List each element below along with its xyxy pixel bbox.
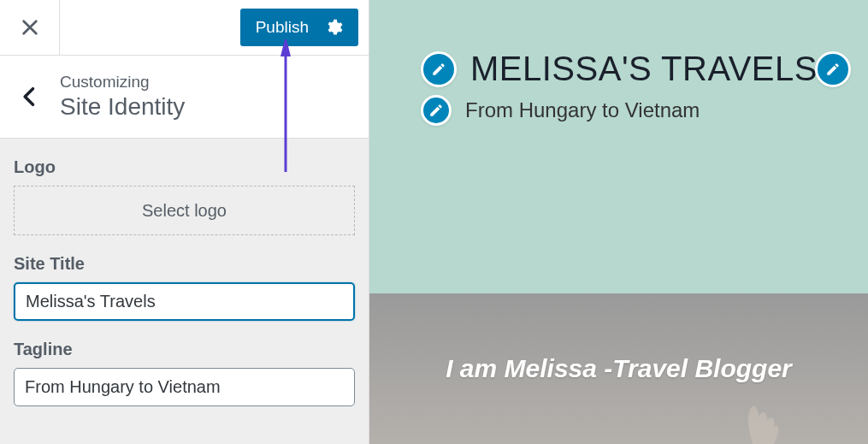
section-text: Customizing Site Identity: [60, 73, 185, 121]
chevron-left-icon: [18, 85, 42, 109]
banner-text: I am Melissa -Travel Blogger: [446, 354, 792, 383]
logo-label: Logo: [14, 157, 355, 177]
edit-site-title-button[interactable]: [421, 51, 457, 87]
site-title-label: Site Title: [14, 254, 355, 274]
pencil-icon: [431, 62, 446, 77]
preview-site-title: MELISSA'S TRAVELS: [470, 50, 818, 88]
site-title-input[interactable]: [14, 282, 355, 321]
publish-button[interactable]: Publish: [240, 9, 358, 46]
tagline-row: From Hungary to Vietnam: [421, 95, 868, 126]
back-button[interactable]: [0, 73, 60, 121]
edit-header-button[interactable]: [815, 51, 851, 87]
preview-banner: I am Melissa -Travel Blogger: [369, 293, 868, 444]
hand-illustration: [714, 393, 791, 444]
customizer-topbar: Publish: [0, 0, 369, 56]
form-area: Logo Select logo Site Title Tagline: [0, 139, 369, 420]
site-title-row: MELISSA'S TRAVELS: [421, 50, 868, 88]
publish-button-label: Publish: [256, 18, 309, 37]
section-header: Customizing Site Identity: [0, 56, 369, 139]
close-icon: [21, 18, 39, 37]
pencil-icon: [825, 62, 841, 77]
section-kicker: Customizing: [60, 73, 185, 92]
select-logo-button[interactable]: Select logo: [14, 186, 355, 235]
customizer-sidebar: Publish Customizing Site Identity Logo S…: [0, 0, 369, 444]
select-logo-label: Select logo: [142, 201, 227, 221]
tagline-label: Tagline: [14, 340, 355, 359]
edit-tagline-button[interactable]: [421, 95, 452, 126]
section-title: Site Identity: [60, 93, 185, 121]
pencil-icon: [428, 103, 444, 118]
tagline-input[interactable]: [14, 368, 355, 406]
preview-hero: MELISSA'S TRAVELS From Hungary to Vietna…: [369, 0, 868, 293]
preview-tagline: From Hungary to Vietnam: [465, 98, 700, 122]
preview-pane: MELISSA'S TRAVELS From Hungary to Vietna…: [369, 0, 868, 444]
close-button[interactable]: [0, 0, 60, 56]
gear-icon: [324, 18, 343, 37]
